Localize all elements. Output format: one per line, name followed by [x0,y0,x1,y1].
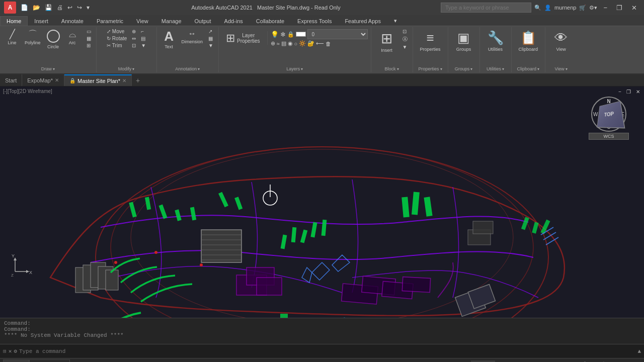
copy-button[interactable]: ⊕ [130,28,138,35]
layer-states-icon[interactable]: ▤ [281,40,286,47]
open-file-icon[interactable]: 📂 [31,4,42,12]
annotation-expand-arrow[interactable]: ▾ [198,67,200,71]
layer-unisolate-icon[interactable]: ○ [294,41,298,47]
view-expand-arrow[interactable]: ▾ [566,67,568,71]
clipboard-expand-arrow[interactable]: ▾ [537,67,539,71]
layer-on-icon[interactable]: 💡 [271,31,279,38]
layer-delete-icon[interactable]: 🗑 [326,41,331,47]
clipboard-button[interactable]: 📋 Clipboard [515,28,542,54]
viewport-minimize-button[interactable]: − [616,88,623,95]
layers-expand-arrow[interactable]: ▾ [301,67,303,71]
viewcube[interactable]: N S E W TOP WCS [589,97,629,137]
help-dropdown-icon[interactable]: ⚙▾ [589,5,597,11]
make-current-icon[interactable]: ⊕ [271,40,275,47]
viewport-restore-button[interactable]: ❐ [624,88,633,95]
publish-icon[interactable]: 🖨 [55,4,64,12]
command-input[interactable] [19,348,636,354]
block-expand-arrow[interactable]: ▾ [397,67,399,71]
array-button[interactable]: ▤ [139,35,148,42]
move-button[interactable]: ⤢ Move [105,28,129,35]
text-button[interactable]: A Text [160,28,178,51]
user-icon[interactable]: 👤 [544,5,551,11]
tab-add-button[interactable]: + [132,75,144,86]
tab-start[interactable]: Start [0,74,22,86]
layer-lock-icon[interactable]: 🔒 [287,31,294,38]
hatch-button[interactable]: ▦ [85,35,93,42]
define-attributes-button[interactable]: Ⓐ [400,35,410,43]
utilities-expand-arrow[interactable]: ▾ [502,67,504,71]
layer-lock2-icon[interactable]: 🔐 [307,40,314,47]
autocad-logo[interactable]: A [4,2,16,14]
tab-expomap-close[interactable]: ✕ [55,77,59,83]
trim-button[interactable]: ✂ Trim [105,42,129,49]
search-icon[interactable]: 🔍 [534,5,541,11]
tab-expomap[interactable]: ExpoMap* ✕ [22,74,64,86]
tab-master-site-plan-close[interactable]: ✕ [122,78,126,83]
match-layer-icon[interactable]: ≈ [277,41,280,47]
tab-collaborate[interactable]: Collaborate [250,16,291,26]
fillet-button[interactable]: ⌐ [139,28,148,35]
tab-addins[interactable]: Add-ins [218,16,250,26]
minimize-button[interactable]: − [600,3,610,13]
utilities-button[interactable]: 🔧 Utilities [483,28,508,54]
model-tab[interactable]: Model [3,359,29,362]
tab-parametric[interactable]: Parametric [90,16,130,26]
groups-button[interactable]: ▣ Groups [451,28,476,54]
circle-button[interactable]: Circle [44,28,62,51]
layer-properties-button[interactable]: ⊞ LayerProperties [222,30,264,47]
tab-view[interactable]: View [130,16,155,26]
compass-ring[interactable]: N S E W TOP [591,97,626,132]
rotate-button[interactable]: ↻ Rotate [105,35,129,42]
tab-expand[interactable]: ▾ [387,16,404,26]
redo-icon[interactable]: ↪ [75,4,84,12]
dimension-button[interactable]: ↔ Dimension [179,28,206,46]
command-settings-icon[interactable]: ⚙ [14,348,17,354]
layer-dropdown[interactable]: 0 [307,29,368,39]
undo-icon[interactable]: ↩ [66,4,74,12]
rectangle-button[interactable]: ▭ [85,28,93,35]
master-plan-tab[interactable]: Master Plan [29,359,70,362]
command-scroll-icon[interactable]: ▲ [637,348,641,354]
viewcube-box[interactable]: TOP [597,101,625,129]
tab-express-tools[interactable]: Express Tools [291,16,338,26]
qs-dropdown-icon[interactable]: ▾ [85,4,91,12]
wcs-button[interactable]: WCS [589,133,629,140]
block-more-button[interactable]: ▼ [400,44,410,50]
leader-button[interactable]: ↗ [206,28,215,35]
draw-more-button[interactable]: ⊞ [85,42,93,49]
properties-button[interactable]: ≡ Properties [416,28,445,54]
layer-freeze-icon[interactable]: ❄ [280,31,286,38]
insert-button[interactable]: ⊞ Insert [374,28,399,55]
command-close-icon[interactable]: ✕ [9,348,12,354]
add-layout-button[interactable]: + [70,359,80,362]
properties-expand-arrow[interactable]: ▾ [440,67,442,71]
annotation-more-button[interactable]: ▼ [206,42,215,49]
polyline-button[interactable]: ⌒ Polyline [22,28,43,47]
layer-freeze-vp-icon[interactable]: 🔆 [299,40,306,47]
new-file-icon[interactable]: 📄 [19,4,30,12]
modify-more-button[interactable]: ▼ [139,42,148,49]
tab-annotate[interactable]: Annotate [55,16,90,26]
save-icon[interactable]: 💾 [43,4,54,12]
close-button[interactable]: ✕ [628,3,640,13]
modify-expand-arrow[interactable]: ▾ [132,67,134,71]
tab-home[interactable]: Home [0,16,28,26]
layer-merge-icon[interactable]: ⟵ [316,40,324,47]
cad-viewport[interactable]: [-][Top][2D Wireframe] [0,86,644,318]
line-button[interactable]: ╱ Line [3,28,21,47]
view-button[interactable]: 👁 View [548,28,574,54]
layer-isolate-icon[interactable]: ◉ [288,40,293,47]
store-icon[interactable]: 🛒 [579,5,586,11]
create-block-button[interactable]: ⊡ [400,28,410,35]
arc-button[interactable]: ⌓ Arc [63,28,82,47]
viewport-close-button[interactable]: ✕ [634,88,642,95]
tab-insert[interactable]: Insert [28,16,55,26]
mirror-button[interactable]: ⇔ [130,35,138,42]
scale-button[interactable]: ⊡ [130,42,138,49]
groups-expand-arrow[interactable]: ▾ [470,67,472,71]
tab-master-site-plan[interactable]: 🔒 Master Site Plan* ✕ [64,74,132,86]
tab-output[interactable]: Output [188,16,218,26]
table-button[interactable]: ▦ [206,35,215,42]
search-input[interactable] [441,3,531,13]
layer-color-swatch[interactable] [296,32,306,37]
